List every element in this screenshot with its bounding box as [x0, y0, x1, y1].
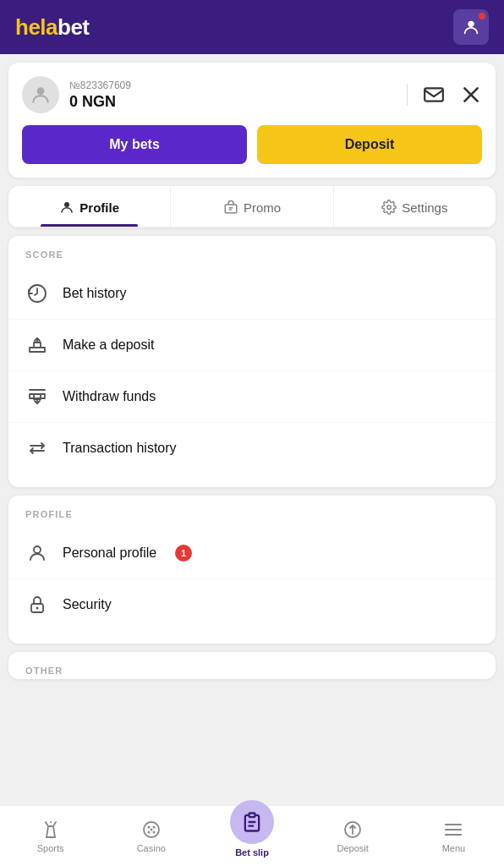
account-buttons: My bets Deposit: [22, 125, 482, 164]
nav-sports-label: Sports: [37, 843, 64, 853]
make-deposit-icon: [25, 333, 49, 357]
close-button[interactable]: [460, 84, 482, 106]
messages-button[interactable]: [423, 84, 445, 106]
nav-betslip-label: Bet slip: [235, 847, 269, 858]
tabs-container: Profile Promo Settings: [8, 186, 496, 227]
svg-rect-2: [425, 88, 443, 101]
withdraw-funds-icon: [25, 385, 49, 408]
account-details: №823367609 0 NGN: [69, 79, 131, 111]
deposit-button[interactable]: Deposit: [257, 125, 482, 164]
nav-deposit-label: Deposit: [337, 843, 369, 853]
header: hela bet: [0, 0, 504, 54]
svg-point-1: [37, 87, 45, 95]
nav-menu-label: Menu: [442, 843, 466, 853]
betslip-icon: [240, 810, 264, 834]
svg-point-12: [36, 607, 39, 610]
account-avatar: [22, 76, 59, 113]
promo-tab-icon: [223, 200, 238, 215]
svg-point-0: [468, 21, 474, 27]
nav-menu[interactable]: Menu: [403, 806, 504, 866]
account-actions: [407, 84, 482, 106]
my-bets-button[interactable]: My bets: [22, 125, 247, 164]
tab-profile[interactable]: Profile: [8, 186, 171, 227]
sports-icon: [41, 819, 61, 840]
menu-icon: [443, 819, 463, 840]
svg-point-10: [34, 546, 41, 553]
profile-section-label: PROFILE: [8, 509, 496, 528]
transaction-history-icon: [25, 436, 49, 460]
other-section: OTHER: [8, 652, 496, 679]
tab-promo[interactable]: Promo: [171, 186, 333, 227]
tab-promo-label: Promo: [244, 200, 281, 215]
svg-point-13: [50, 821, 52, 823]
profile-section: PROFILE Personal profile 1 Security: [8, 496, 496, 644]
tabs: Profile Promo Settings: [8, 186, 496, 227]
nav-deposit[interactable]: Deposit: [303, 806, 403, 866]
close-icon: [460, 84, 482, 106]
personal-profile-label: Personal profile: [63, 545, 156, 561]
account-number: №823367609: [69, 79, 131, 91]
svg-rect-6: [225, 205, 237, 213]
notification-dot: [479, 13, 485, 19]
svg-point-5: [64, 202, 69, 207]
security-icon: [25, 593, 49, 617]
security-label: Security: [63, 597, 112, 612]
logo: hela bet: [15, 14, 90, 41]
bet-history-icon: [25, 282, 49, 305]
personal-profile-badge: 1: [175, 545, 192, 562]
logo-bet: bet: [58, 14, 90, 41]
tab-settings[interactable]: Settings: [334, 186, 496, 227]
svg-point-18: [152, 830, 155, 833]
withdraw-funds-item[interactable]: Withdraw funds: [8, 371, 496, 423]
deposit-nav-icon: [342, 819, 363, 840]
other-section-label: OTHER: [8, 666, 496, 679]
nav-betslip[interactable]: Bet slip: [201, 806, 302, 866]
personal-profile-item[interactable]: Personal profile 1: [8, 528, 496, 579]
make-deposit-label: Make a deposit: [63, 337, 155, 353]
personal-profile-icon: [25, 541, 49, 565]
account-info: №823367609 0 NGN: [22, 76, 131, 113]
logo-hela: hela: [15, 14, 58, 41]
score-section: SCORE Bet history Make a deposit: [8, 236, 496, 487]
svg-point-15: [147, 825, 150, 828]
bet-history-item[interactable]: Bet history: [8, 268, 496, 320]
score-section-label: SCORE: [8, 249, 496, 268]
casino-icon: [141, 819, 162, 840]
bet-history-label: Bet history: [63, 286, 127, 301]
header-avatar-button[interactable]: [453, 9, 489, 45]
security-item[interactable]: Security: [8, 579, 496, 630]
bottom-nav: Sports Casino Bet slip Deposit: [0, 805, 504, 866]
nav-casino-label: Casino: [137, 843, 166, 853]
transaction-history-item[interactable]: Transaction history: [8, 423, 496, 474]
account-balance: 0 NGN: [69, 93, 131, 111]
transaction-history-label: Transaction history: [63, 441, 177, 456]
avatar-icon: [30, 84, 52, 106]
withdraw-funds-label: Withdraw funds: [63, 389, 156, 404]
tab-profile-label: Profile: [79, 200, 119, 215]
nav-casino[interactable]: Casino: [101, 806, 201, 866]
svg-point-17: [147, 830, 150, 833]
account-card: №823367609 0 NGN My bets Deposit: [8, 63, 496, 178]
svg-point-19: [150, 828, 152, 830]
tab-settings-label: Settings: [402, 200, 447, 215]
nav-sports[interactable]: Sports: [0, 806, 101, 866]
profile-tab-icon: [59, 200, 74, 215]
betslip-circle: [230, 800, 274, 844]
settings-tab-icon: [381, 200, 397, 215]
svg-point-9: [387, 206, 392, 210]
svg-point-16: [152, 825, 155, 828]
user-icon: [462, 18, 480, 36]
svg-rect-20: [249, 813, 255, 817]
make-deposit-item[interactable]: Make a deposit: [8, 320, 496, 371]
envelope-icon: [423, 84, 445, 106]
